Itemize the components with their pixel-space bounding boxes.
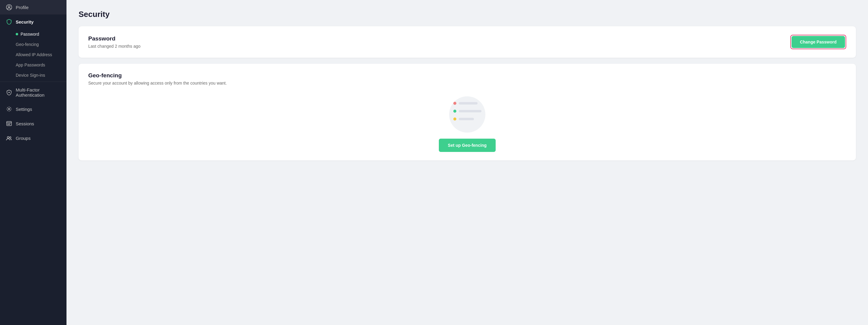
sidebar-divider-1 (0, 82, 66, 82)
setup-geofencing-button[interactable]: Set up Geo-fencing (439, 139, 496, 152)
sidebar: Profile Security Password Geo-fencing Al… (0, 0, 66, 325)
svg-rect-5 (7, 124, 8, 125)
sidebar-sub-item-app-passwords[interactable]: App Passwords (0, 60, 66, 70)
geofencing-card-subtitle: Secure your account by allowing access o… (88, 80, 846, 86)
sidebar-item-settings[interactable]: Settings (0, 102, 66, 116)
sidebar-sub-item-allowed-ip[interactable]: Allowed IP Address (0, 50, 66, 60)
svg-point-1 (8, 6, 10, 7)
sidebar-allowed-ip-label: Allowed IP Address (16, 52, 52, 57)
geo-illustration (446, 96, 488, 133)
page-title: Security (79, 10, 856, 19)
sidebar-security-label: Security (16, 19, 34, 25)
mfa-icon (6, 89, 12, 95)
sidebar-sessions-label: Sessions (16, 121, 34, 126)
shield-icon (6, 19, 12, 25)
svg-point-9 (10, 137, 11, 138)
change-password-button[interactable]: Change Password (792, 36, 845, 48)
geo-dot-yellow (453, 118, 456, 121)
geo-dot-green (453, 110, 456, 113)
sidebar-geofencing-label: Geo-fencing (16, 42, 39, 47)
change-password-btn-wrapper: Change Password (790, 35, 846, 49)
password-card-subtitle: Last changed 2 months ago (88, 44, 141, 48)
geofencing-card: Geo-fencing Secure your account by allow… (79, 64, 856, 160)
geofencing-card-body: Set up Geo-fencing (88, 86, 846, 152)
sidebar-item-security[interactable]: Security (0, 14, 66, 29)
geo-line-2 (453, 110, 482, 113)
groups-icon (6, 135, 12, 141)
sessions-icon (6, 121, 12, 127)
sidebar-sub-item-device-signins[interactable]: Device Sign-ins (0, 70, 66, 80)
geo-bar-1 (459, 102, 477, 104)
sidebar-item-mfa[interactable]: Multi-Factor Authentication (0, 83, 66, 102)
sidebar-sub-item-password[interactable]: Password (0, 29, 66, 39)
sidebar-item-sessions[interactable]: Sessions (0, 116, 66, 131)
geo-line-1 (453, 102, 482, 105)
geo-line-3 (453, 118, 482, 121)
sidebar-mfa-label: Multi-Factor Authentication (16, 87, 60, 98)
profile-icon (6, 4, 12, 10)
sidebar-app-passwords-label: App Passwords (16, 63, 45, 67)
sidebar-item-groups[interactable]: Groups (0, 131, 66, 145)
geo-lines (453, 102, 482, 121)
svg-point-3 (8, 108, 10, 110)
password-card-title: Password (88, 35, 141, 42)
geo-bar-2 (459, 110, 482, 112)
svg-rect-6 (9, 124, 10, 124)
settings-icon (6, 106, 12, 112)
svg-point-8 (7, 136, 9, 138)
sidebar-device-signins-label: Device Sign-ins (16, 73, 45, 77)
active-dot (16, 33, 18, 35)
svg-rect-7 (9, 124, 10, 125)
geo-bar-3 (459, 118, 474, 120)
sidebar-groups-label: Groups (16, 136, 31, 141)
sidebar-password-label: Password (21, 32, 39, 37)
sidebar-item-profile[interactable]: Profile (0, 0, 66, 14)
sidebar-profile-label: Profile (16, 5, 29, 10)
password-card: Password Last changed 2 months ago Chang… (79, 26, 856, 58)
password-card-info: Password Last changed 2 months ago (88, 35, 141, 48)
sidebar-sub-item-geofencing[interactable]: Geo-fencing (0, 39, 66, 50)
svg-point-2 (8, 92, 10, 93)
geofencing-card-title: Geo-fencing (88, 72, 846, 79)
main-content: Security Password Last changed 2 months … (66, 0, 868, 325)
geo-dot-red (453, 102, 456, 105)
sidebar-settings-label: Settings (16, 107, 32, 112)
